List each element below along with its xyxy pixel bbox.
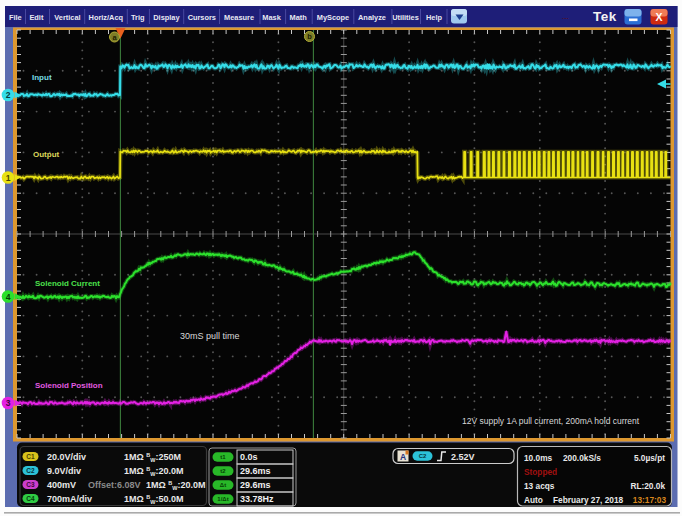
svg-text:400mV: 400mV xyxy=(47,480,76,490)
svg-text:Solenoid Current: Solenoid Current xyxy=(35,279,100,288)
svg-text:5.0µs/pt: 5.0µs/pt xyxy=(634,453,665,463)
svg-text:700mA/div: 700mA/div xyxy=(47,494,92,504)
svg-text:2: 2 xyxy=(6,90,11,100)
svg-text:t2: t2 xyxy=(220,468,226,474)
svg-text:b: b xyxy=(307,32,312,41)
svg-text:Measure: Measure xyxy=(224,13,254,22)
svg-text:Display: Display xyxy=(153,13,180,22)
svg-text:13 acqs: 13 acqs xyxy=(524,481,555,491)
svg-text:C3: C3 xyxy=(26,481,35,488)
svg-text:A: A xyxy=(400,452,406,462)
svg-text:Edit: Edit xyxy=(29,13,43,22)
svg-text:13:17:03: 13:17:03 xyxy=(633,495,667,505)
svg-text:29.6ms: 29.6ms xyxy=(240,480,271,490)
svg-text:1/Δt: 1/Δt xyxy=(217,496,228,502)
svg-text:9.0V/div: 9.0V/div xyxy=(47,466,81,476)
svg-text:Utilities: Utilities xyxy=(392,13,419,22)
svg-text:Help: Help xyxy=(426,13,443,22)
svg-text:4: 4 xyxy=(6,292,11,302)
svg-text:X: X xyxy=(655,11,662,23)
svg-text:Output: Output xyxy=(33,150,60,159)
svg-text:Trig: Trig xyxy=(131,13,145,22)
svg-text:....: .... xyxy=(562,14,569,20)
svg-text:Stopped: Stopped xyxy=(524,467,557,477)
svg-text:Analyze: Analyze xyxy=(358,13,386,22)
svg-text:0.0s: 0.0s xyxy=(240,452,258,462)
svg-text:Mask: Mask xyxy=(262,13,281,22)
svg-text:1: 1 xyxy=(6,173,11,183)
svg-text:29.6ms: 29.6ms xyxy=(240,466,271,476)
svg-text:Cursors: Cursors xyxy=(188,13,216,22)
svg-text:t1: t1 xyxy=(220,454,226,460)
svg-text:30mS pull time: 30mS pull time xyxy=(180,331,240,341)
svg-text:Auto: Auto xyxy=(524,495,543,505)
svg-text:File: File xyxy=(9,13,22,22)
svg-text:Tek: Tek xyxy=(593,9,617,24)
svg-text:2.52V: 2.52V xyxy=(451,452,475,462)
svg-text:February 27, 2018: February 27, 2018 xyxy=(553,495,623,505)
svg-text:RL:20.0k: RL:20.0k xyxy=(630,481,665,491)
svg-text:3: 3 xyxy=(6,398,11,408)
svg-text:200.0kS/s: 200.0kS/s xyxy=(563,453,601,463)
svg-text:Math: Math xyxy=(290,13,308,22)
svg-text:33.78Hz: 33.78Hz xyxy=(240,494,274,504)
svg-text:C4: C4 xyxy=(26,495,35,502)
svg-text:Solenoid Position: Solenoid Position xyxy=(35,381,103,390)
svg-text:Offset:6.08V: Offset:6.08V xyxy=(88,480,141,490)
svg-text:C2: C2 xyxy=(26,467,35,474)
svg-text:10.0ms: 10.0ms xyxy=(524,453,553,463)
svg-text:C1: C1 xyxy=(26,453,35,460)
svg-text:Δt: Δt xyxy=(220,482,226,488)
svg-text:MyScope: MyScope xyxy=(317,13,349,22)
svg-text:12V supply 1A pull current, 20: 12V supply 1A pull current, 200mA hold c… xyxy=(462,416,640,426)
svg-text:C2: C2 xyxy=(419,453,427,459)
svg-text:Vertical: Vertical xyxy=(54,13,80,22)
svg-text:20.0V/div: 20.0V/div xyxy=(47,452,86,462)
svg-text:Input: Input xyxy=(32,73,52,82)
svg-text:Horiz/Acq: Horiz/Acq xyxy=(89,13,124,22)
